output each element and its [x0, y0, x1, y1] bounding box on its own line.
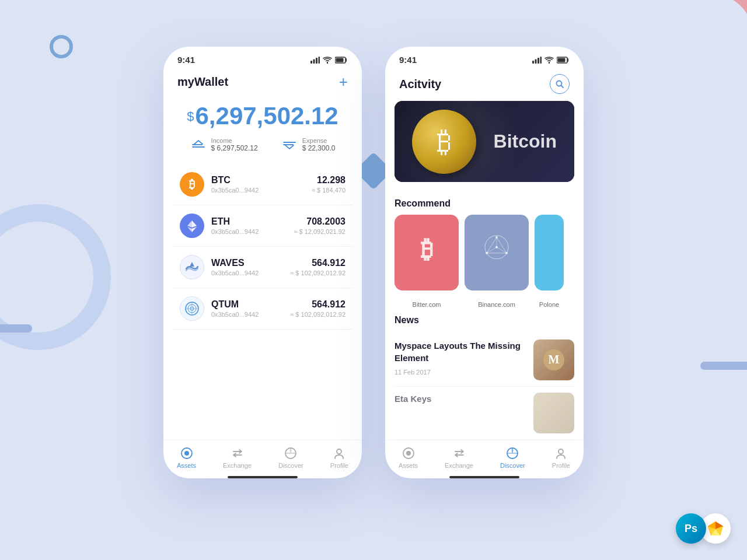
- eth-info: ETH 0x3b5ca0...9442: [211, 216, 287, 235]
- btc-name: BTC: [211, 175, 305, 186]
- coin-item-btc[interactable]: ₿ BTC 0x3b5ca0...9442 12.298 ≈ $ 184,470: [173, 164, 352, 205]
- tool-badges: Ps: [676, 513, 731, 544]
- qtum-icon: [180, 296, 204, 321]
- profile-icon-1: [332, 446, 346, 460]
- svg-marker-14: [190, 262, 194, 267]
- svg-rect-5: [336, 58, 344, 62]
- search-button[interactable]: [550, 74, 570, 94]
- nav-profile-label-2: Profile: [552, 462, 570, 469]
- binance-label: Binance.com: [465, 301, 529, 308]
- svg-rect-8: [283, 144, 294, 145]
- qtum-amount: 564.912: [290, 299, 345, 310]
- news-date-1: 11 Feb 2017: [395, 369, 526, 376]
- status-bar-2: 9:41: [385, 47, 584, 69]
- bitcoin-coin: ₿: [412, 110, 476, 174]
- battery-icon-2: [557, 57, 570, 64]
- rec-card-polone[interactable]: [535, 215, 564, 290]
- btc-amount: 12.298: [312, 175, 345, 186]
- svg-marker-10: [187, 220, 192, 228]
- svg-rect-3: [319, 57, 320, 64]
- wifi-icon: [323, 57, 332, 64]
- exchange-icon-2: [452, 446, 466, 460]
- svg-rect-0: [310, 61, 312, 64]
- ps-label: Ps: [685, 523, 697, 535]
- btc-info: BTC 0x3b5ca0...9442: [211, 175, 305, 194]
- news-thumb-1: M: [533, 340, 574, 380]
- rec-card-bitter[interactable]: ₿: [395, 215, 459, 290]
- news-item-2[interactable]: Eta Keys: [395, 387, 574, 440]
- news-item-1[interactable]: Myspace Layouts The Missing Element 11 F…: [395, 334, 574, 387]
- svg-line-32: [561, 86, 564, 88]
- nav-profile-2[interactable]: Profile: [552, 446, 570, 469]
- polone-label: Polone: [535, 301, 564, 308]
- btc-address: 0x3b5ca0...9442: [211, 187, 305, 194]
- add-wallet-button[interactable]: +: [339, 74, 348, 89]
- news-headline-2: Eta Keys: [395, 393, 526, 405]
- photoshop-badge: Ps: [676, 513, 706, 544]
- wallet-header: myWallet +: [163, 69, 362, 96]
- activity-title: Acitvity: [399, 78, 441, 91]
- svg-rect-30: [558, 58, 566, 62]
- nav-exchange-2[interactable]: Exchange: [445, 446, 473, 469]
- balance-amount: 6,297,502.12: [196, 102, 338, 130]
- bitter-icon: ₿: [421, 236, 433, 264]
- status-bar-1: 9:41: [163, 47, 362, 69]
- svg-rect-7: [192, 146, 205, 148]
- btc-usd: ≈ $ 184,470: [312, 187, 345, 194]
- waves-info: WAVES 0x3b5ca0...9442: [211, 258, 283, 276]
- svg-point-24: [337, 449, 341, 454]
- nav-assets-2[interactable]: Assets: [399, 446, 418, 469]
- nav-profile-label-1: Profile: [330, 462, 348, 469]
- expense-icon: [281, 139, 298, 150]
- recommend-section: Recommend ₿: [385, 190, 584, 315]
- svg-marker-12: [187, 227, 192, 232]
- coin-item-qtum[interactable]: QTUM 0x3b5ca0...9442 564.912 ≈ $ 102,092…: [173, 288, 352, 330]
- news-section: News Myspace Layouts The Missing Element…: [385, 315, 584, 440]
- signal-icon-2: [532, 57, 542, 64]
- nav-exchange-label-1: Exchange: [223, 462, 252, 469]
- nav-assets-label-1: Assets: [177, 462, 196, 469]
- svg-line-38: [487, 237, 497, 253]
- svg-rect-1: [313, 59, 315, 64]
- income-stat: Income $ 6,297,502.12: [190, 137, 258, 152]
- status-icons-2: [532, 57, 570, 64]
- qtum-name: QTUM: [211, 299, 283, 310]
- bg-decoration-circle: [50, 35, 73, 58]
- eth-values: 708.2003 ≈ $ 12,092,021.92: [294, 216, 345, 235]
- nav-profile-1[interactable]: Profile: [330, 446, 348, 469]
- nav-exchange-1[interactable]: Exchange: [223, 446, 252, 469]
- bottom-nav-2: Assets Exchange: [385, 440, 584, 474]
- recommend-cards: ₿: [385, 215, 584, 299]
- btc-values: 12.298 ≈ $ 184,470: [312, 175, 345, 194]
- svg-text:M: M: [549, 353, 560, 366]
- qtum-address: 0x3b5ca0...9442: [211, 311, 283, 318]
- bg-decoration-bar-right: [700, 362, 747, 370]
- eth-amount: 708.2003: [294, 216, 345, 227]
- income-icon: [190, 139, 207, 150]
- bottom-nav-1: Assets Exchange: [163, 440, 362, 474]
- home-indicator-1: [228, 476, 298, 478]
- phones-container: 9:41: [163, 47, 584, 478]
- status-time-2: 9:41: [399, 55, 417, 65]
- nav-assets-1[interactable]: Assets: [177, 446, 196, 469]
- waves-address: 0x3b5ca0...9442: [211, 270, 283, 276]
- expense-label: Expense: [302, 137, 336, 144]
- income-value: $ 6,297,502.12: [211, 144, 258, 152]
- coin-item-eth[interactable]: ETH 0x3b5ca0...9442 708.2003 ≈ $ 12,092,…: [173, 205, 352, 247]
- news-thumb-2: [533, 393, 574, 433]
- balance-stats: Income $ 6,297,502.12 Expense $: [177, 137, 348, 152]
- dollar-sign: $: [187, 109, 194, 124]
- coin-item-waves[interactable]: WAVES 0x3b5ca0...9442 564.912 ≈ $ 102,09…: [173, 247, 352, 288]
- nav-discover-2[interactable]: Discover: [500, 446, 525, 469]
- income-label: Income: [211, 137, 258, 144]
- battery-icon: [335, 57, 348, 64]
- news-title: News: [395, 315, 574, 331]
- nav-discover-1[interactable]: Discover: [278, 446, 303, 469]
- rec-card-binance[interactable]: [465, 215, 529, 290]
- status-icons-1: [310, 57, 348, 64]
- activity-phone: 9:41: [385, 47, 584, 478]
- bitcoin-text: Bitcoin: [494, 131, 557, 152]
- eth-icon: [180, 214, 204, 238]
- bg-decoration-arc: [659, 0, 747, 88]
- svg-rect-2: [316, 58, 317, 64]
